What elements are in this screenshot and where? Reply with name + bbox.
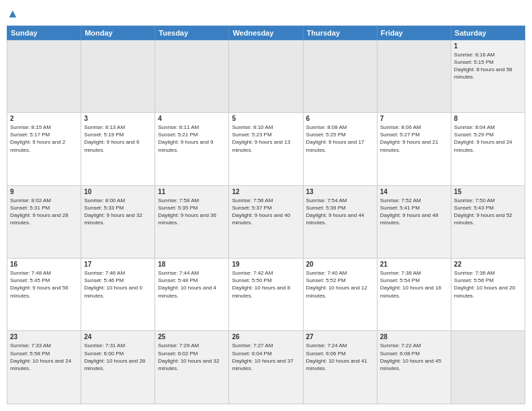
calendar-day-18: 18Sunrise: 7:44 AM Sunset: 5:48 PM Dayli… — [155, 259, 229, 331]
day-info: Sunrise: 7:24 AM Sunset: 6:06 PM Dayligh… — [306, 342, 374, 372]
day-info: Sunrise: 7:33 AM Sunset: 5:58 PM Dayligh… — [10, 342, 78, 372]
calendar-week-3: 9Sunrise: 8:02 AM Sunset: 5:31 PM Daylig… — [7, 185, 525, 258]
calendar-day-2: 2Sunrise: 8:15 AM Sunset: 5:17 PM Daylig… — [7, 113, 81, 185]
calendar-day-22: 22Sunrise: 7:36 AM Sunset: 5:56 PM Dayli… — [451, 259, 525, 331]
calendar-header-tuesday: Tuesday — [155, 26, 229, 40]
calendar-header-saturday: Saturday — [451, 26, 525, 40]
day-info: Sunrise: 8:13 AM Sunset: 5:19 PM Dayligh… — [84, 124, 152, 154]
calendar-day-3: 3Sunrise: 8:13 AM Sunset: 5:19 PM Daylig… — [81, 113, 155, 185]
logo: ▲ — [7, 7, 19, 21]
day-number: 4 — [158, 115, 226, 122]
day-info: Sunrise: 7:22 AM Sunset: 6:08 PM Dayligh… — [380, 342, 448, 372]
calendar-day-20: 20Sunrise: 7:40 AM Sunset: 5:52 PM Dayli… — [303, 259, 377, 331]
calendar-week-2: 2Sunrise: 8:15 AM Sunset: 5:17 PM Daylig… — [7, 113, 525, 185]
calendar-day-5: 5Sunrise: 8:10 AM Sunset: 5:23 PM Daylig… — [229, 113, 303, 185]
day-number: 13 — [306, 188, 374, 195]
day-number: 25 — [158, 333, 226, 340]
day-number: 3 — [84, 115, 152, 122]
calendar-day-19: 19Sunrise: 7:42 AM Sunset: 5:50 PM Dayli… — [229, 259, 303, 331]
day-number: 1 — [454, 42, 522, 50]
day-info: Sunrise: 7:56 AM Sunset: 5:37 PM Dayligh… — [232, 197, 300, 227]
calendar-day-empty — [81, 40, 155, 112]
day-info: Sunrise: 7:44 AM Sunset: 5:48 PM Dayligh… — [158, 269, 226, 300]
day-info: Sunrise: 8:11 AM Sunset: 5:21 PM Dayligh… — [158, 124, 226, 154]
day-number: 26 — [232, 333, 300, 340]
day-info: Sunrise: 8:00 AM Sunset: 5:33 PM Dayligh… — [84, 197, 152, 227]
day-number: 10 — [84, 188, 152, 195]
day-info: Sunrise: 8:04 AM Sunset: 5:29 PM Dayligh… — [454, 124, 522, 154]
calendar-table: SundayMondayTuesdayWednesdayThursdayFrid… — [7, 26, 525, 404]
calendar-day-9: 9Sunrise: 8:02 AM Sunset: 5:31 PM Daylig… — [7, 185, 81, 258]
day-number: 18 — [158, 261, 226, 268]
calendar-day-empty — [7, 40, 81, 112]
calendar-week-5: 23Sunrise: 7:33 AM Sunset: 5:58 PM Dayli… — [7, 331, 525, 404]
day-number: 23 — [10, 333, 78, 340]
calendar-day-24: 24Sunrise: 7:31 AM Sunset: 6:00 PM Dayli… — [81, 331, 155, 404]
day-info: Sunrise: 7:36 AM Sunset: 5:56 PM Dayligh… — [454, 269, 522, 300]
calendar-day-25: 25Sunrise: 7:29 AM Sunset: 6:02 PM Dayli… — [155, 331, 229, 404]
day-info: Sunrise: 8:15 AM Sunset: 5:17 PM Dayligh… — [10, 124, 78, 154]
calendar-header-friday: Friday — [377, 26, 451, 40]
logo-text: ▲ — [7, 7, 19, 21]
calendar-header-sunday: Sunday — [7, 26, 81, 40]
day-number: 14 — [380, 188, 448, 195]
day-number: 21 — [380, 261, 448, 268]
day-info: Sunrise: 7:40 AM Sunset: 5:52 PM Dayligh… — [306, 269, 374, 300]
day-info: Sunrise: 7:54 AM Sunset: 5:39 PM Dayligh… — [306, 197, 374, 227]
day-info: Sunrise: 7:31 AM Sunset: 6:00 PM Dayligh… — [84, 342, 152, 372]
calendar-day-21: 21Sunrise: 7:38 AM Sunset: 5:54 PM Dayli… — [377, 259, 451, 331]
calendar-day-14: 14Sunrise: 7:52 AM Sunset: 5:41 PM Dayli… — [377, 185, 451, 258]
calendar-header-row: SundayMondayTuesdayWednesdayThursdayFrid… — [7, 26, 525, 40]
day-info: Sunrise: 8:06 AM Sunset: 5:27 PM Dayligh… — [380, 124, 448, 154]
calendar-day-10: 10Sunrise: 8:00 AM Sunset: 5:33 PM Dayli… — [81, 185, 155, 258]
day-info: Sunrise: 7:27 AM Sunset: 6:04 PM Dayligh… — [232, 342, 300, 372]
day-number: 7 — [380, 115, 448, 122]
day-number: 16 — [10, 261, 78, 268]
day-info: Sunrise: 7:50 AM Sunset: 5:43 PM Dayligh… — [454, 197, 522, 227]
day-number: 6 — [306, 115, 374, 122]
day-info: Sunrise: 7:29 AM Sunset: 6:02 PM Dayligh… — [158, 342, 226, 372]
day-number: 15 — [454, 188, 522, 195]
day-number: 9 — [10, 188, 78, 195]
day-info: Sunrise: 7:58 AM Sunset: 5:35 PM Dayligh… — [158, 197, 226, 227]
logo-icon-shape: ▲ — [7, 7, 19, 20]
calendar-header-wednesday: Wednesday — [229, 26, 303, 40]
day-number: 11 — [158, 188, 226, 195]
calendar-header-monday: Monday — [81, 26, 155, 40]
calendar-day-empty — [451, 331, 525, 404]
page: ▲ SundayMondayTuesdayWednesdayThursdayFr… — [0, 0, 532, 411]
day-number: 20 — [306, 261, 374, 268]
day-number: 27 — [306, 333, 374, 340]
calendar-day-empty — [303, 40, 377, 112]
day-info: Sunrise: 7:46 AM Sunset: 5:46 PM Dayligh… — [84, 269, 152, 300]
day-number: 8 — [454, 115, 522, 122]
day-info: Sunrise: 7:52 AM Sunset: 5:41 PM Dayligh… — [380, 197, 448, 227]
day-info: Sunrise: 8:08 AM Sunset: 5:25 PM Dayligh… — [306, 124, 374, 154]
calendar-day-28: 28Sunrise: 7:22 AM Sunset: 6:08 PM Dayli… — [377, 331, 451, 404]
day-info: Sunrise: 8:10 AM Sunset: 5:23 PM Dayligh… — [232, 124, 300, 154]
day-number: 28 — [380, 333, 448, 340]
day-number: 24 — [84, 333, 152, 340]
calendar-day-empty — [377, 40, 451, 112]
calendar-day-12: 12Sunrise: 7:56 AM Sunset: 5:37 PM Dayli… — [229, 185, 303, 258]
calendar-day-17: 17Sunrise: 7:46 AM Sunset: 5:46 PM Dayli… — [81, 259, 155, 331]
calendar-day-1: 1Sunrise: 8:16 AM Sunset: 5:15 PM Daylig… — [451, 40, 525, 112]
calendar-day-6: 6Sunrise: 8:08 AM Sunset: 5:25 PM Daylig… — [303, 113, 377, 185]
calendar-day-empty — [155, 40, 229, 112]
day-info: Sunrise: 8:02 AM Sunset: 5:31 PM Dayligh… — [10, 197, 78, 227]
day-info: Sunrise: 8:16 AM Sunset: 5:15 PM Dayligh… — [454, 51, 522, 81]
calendar-day-26: 26Sunrise: 7:27 AM Sunset: 6:04 PM Dayli… — [229, 331, 303, 404]
calendar-day-16: 16Sunrise: 7:48 AM Sunset: 5:45 PM Dayli… — [7, 259, 81, 331]
day-info: Sunrise: 7:48 AM Sunset: 5:45 PM Dayligh… — [10, 269, 78, 300]
calendar-day-7: 7Sunrise: 8:06 AM Sunset: 5:27 PM Daylig… — [377, 113, 451, 185]
calendar-day-8: 8Sunrise: 8:04 AM Sunset: 5:29 PM Daylig… — [451, 113, 525, 185]
header: ▲ — [7, 7, 525, 21]
day-number: 22 — [454, 261, 522, 268]
day-number: 5 — [232, 115, 300, 122]
calendar-day-15: 15Sunrise: 7:50 AM Sunset: 5:43 PM Dayli… — [451, 185, 525, 258]
calendar-day-13: 13Sunrise: 7:54 AM Sunset: 5:39 PM Dayli… — [303, 185, 377, 258]
calendar-day-27: 27Sunrise: 7:24 AM Sunset: 6:06 PM Dayli… — [303, 331, 377, 404]
day-number: 17 — [84, 261, 152, 268]
calendar-day-23: 23Sunrise: 7:33 AM Sunset: 5:58 PM Dayli… — [7, 331, 81, 404]
calendar-header-thursday: Thursday — [303, 26, 377, 40]
